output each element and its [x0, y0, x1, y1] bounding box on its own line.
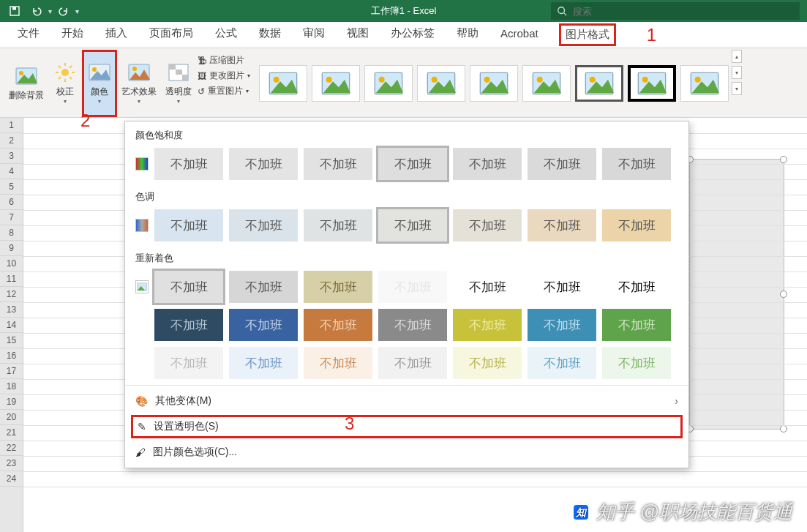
more-variants-item[interactable]: 🎨 其他变体(M) ›: [125, 389, 688, 413]
picture-style-thumb[interactable]: [312, 65, 360, 102]
qat-customize-icon[interactable]: ▾: [75, 7, 79, 15]
row-header[interactable]: 16: [0, 348, 23, 364]
picture-style-thumb[interactable]: [417, 65, 465, 102]
row-header[interactable]: 1: [0, 118, 23, 133]
color-swatch[interactable]: 不加班: [304, 271, 372, 303]
row-header[interactable]: 7: [0, 210, 23, 225]
color-swatch[interactable]: 不加班: [453, 347, 522, 379]
remove-background-button[interactable]: 删除背景: [4, 50, 48, 117]
color-swatch[interactable]: 不加班: [453, 209, 522, 241]
color-swatch[interactable]: 不加班: [602, 209, 671, 241]
color-options-item[interactable]: 🖌 图片颜色选项(C)...: [125, 440, 688, 465]
corrections-button[interactable]: 校正 ▾: [48, 50, 82, 117]
save-button[interactable]: [4, 1, 25, 20]
row-header[interactable]: 10: [0, 256, 23, 271]
row-header[interactable]: 13: [0, 302, 23, 318]
color-swatch[interactable]: 不加班: [229, 148, 298, 180]
color-swatch[interactable]: 不加班: [602, 271, 671, 303]
transparency-button[interactable]: 透明度 ▾: [161, 50, 196, 117]
tab-insert[interactable]: 插入: [104, 22, 129, 48]
artistic-effects-button[interactable]: 艺术效果 ▾: [117, 50, 161, 117]
row-header[interactable]: 15: [0, 333, 23, 348]
color-swatch[interactable]: 不加班: [378, 209, 447, 241]
color-swatch[interactable]: 不加班: [229, 309, 298, 341]
row-header[interactable]: 19: [0, 394, 23, 410]
color-swatch[interactable]: 不加班: [154, 347, 223, 379]
change-picture-button[interactable]: 🖼更改图片▾: [198, 70, 250, 82]
row-headers[interactable]: 123456789101112131415161718192021222324: [0, 118, 23, 532]
gallery-scroll[interactable]: ▴ ▾ ▾: [730, 50, 743, 117]
color-swatch[interactable]: 不加班: [229, 209, 298, 241]
row-header[interactable]: 23: [0, 456, 23, 471]
picture-style-thumb[interactable]: [575, 65, 623, 102]
search-input[interactable]: [573, 6, 794, 17]
tab-acrobat[interactable]: Acrobat: [499, 23, 540, 47]
row-header[interactable]: 14: [0, 318, 23, 333]
picture-styles-gallery[interactable]: [259, 50, 729, 117]
tab-picture-format[interactable]: 图片格式: [559, 23, 616, 46]
color-swatch[interactable]: 不加班: [154, 148, 223, 180]
color-swatch[interactable]: 不加班: [602, 309, 671, 341]
color-swatch[interactable]: 不加班: [229, 347, 298, 379]
search-box[interactable]: [551, 2, 800, 20]
row-header[interactable]: 6: [0, 195, 23, 210]
color-swatch[interactable]: 不加班: [304, 309, 372, 341]
color-swatch[interactable]: 不加班: [528, 271, 596, 303]
color-swatch[interactable]: 不加班: [154, 309, 223, 341]
gallery-more-icon[interactable]: ▾: [732, 82, 742, 95]
color-swatch[interactable]: 不加班: [378, 271, 447, 303]
resize-handle[interactable]: [780, 291, 787, 298]
tab-help[interactable]: 帮助: [455, 22, 480, 48]
cells-area[interactable]: 颜色饱和度 不加班不加班不加班不加班不加班不加班不加班 色调 不加班不加班不加班…: [23, 118, 807, 532]
tab-home[interactable]: 开始: [60, 22, 85, 48]
color-swatch[interactable]: 不加班: [602, 347, 671, 379]
color-button[interactable]: 颜色 ▾: [82, 50, 117, 117]
row-header[interactable]: 3: [0, 149, 23, 164]
picture-style-thumb[interactable]: [522, 65, 571, 102]
selected-image[interactable]: [689, 159, 784, 430]
picture-style-thumb[interactable]: [259, 65, 307, 102]
undo-button[interactable]: [26, 1, 47, 20]
tab-file[interactable]: 文件: [16, 22, 41, 48]
tab-layout[interactable]: 页面布局: [148, 22, 195, 48]
color-swatch[interactable]: 不加班: [378, 347, 447, 379]
row-header[interactable]: 18: [0, 379, 23, 394]
color-swatch[interactable]: 不加班: [602, 148, 671, 180]
row-header[interactable]: 5: [0, 179, 23, 195]
qat-dropdown-icon[interactable]: ▾: [48, 7, 52, 15]
color-swatch[interactable]: 不加班: [154, 209, 223, 241]
row-header[interactable]: 22: [0, 441, 23, 456]
color-swatch[interactable]: 不加班: [528, 309, 596, 341]
color-swatch[interactable]: 不加班: [453, 309, 522, 341]
row-header[interactable]: 21: [0, 425, 23, 441]
color-swatch[interactable]: 不加班: [304, 148, 372, 180]
color-swatch[interactable]: 不加班: [528, 209, 596, 241]
picture-style-thumb[interactable]: [364, 65, 413, 102]
color-swatch[interactable]: 不加班: [453, 148, 522, 180]
picture-style-thumb[interactable]: [680, 65, 729, 102]
tab-data[interactable]: 数据: [258, 22, 282, 48]
row-header[interactable]: 12: [0, 287, 23, 302]
picture-style-thumb[interactable]: [628, 65, 676, 102]
color-swatch[interactable]: 不加班: [154, 271, 223, 303]
row-header[interactable]: 24: [0, 471, 23, 487]
row-header[interactable]: 9: [0, 241, 23, 256]
color-swatch[interactable]: 不加班: [378, 309, 447, 341]
color-swatch[interactable]: 不加班: [229, 271, 298, 303]
row-header[interactable]: 20: [0, 410, 23, 425]
resize-handle[interactable]: [780, 425, 787, 432]
color-swatch[interactable]: 不加班: [453, 271, 522, 303]
color-swatch[interactable]: 不加班: [304, 347, 372, 379]
resize-handle[interactable]: [780, 156, 787, 163]
redo-button[interactable]: [53, 1, 74, 20]
gallery-up-icon[interactable]: ▴: [732, 50, 742, 63]
color-swatch[interactable]: 不加班: [378, 148, 447, 180]
compress-pictures-button[interactable]: 🗜压缩图片: [198, 54, 250, 67]
reset-picture-button[interactable]: ↺重置图片▾: [198, 85, 250, 97]
color-swatch[interactable]: 不加班: [528, 148, 596, 180]
color-swatch[interactable]: 不加班: [304, 209, 372, 241]
row-header[interactable]: 8: [0, 225, 23, 241]
row-header[interactable]: 17: [0, 364, 23, 379]
set-transparent-color-item[interactable]: ✎ 设置透明色(S): [131, 415, 683, 438]
tab-office[interactable]: 办公标签: [389, 22, 436, 48]
